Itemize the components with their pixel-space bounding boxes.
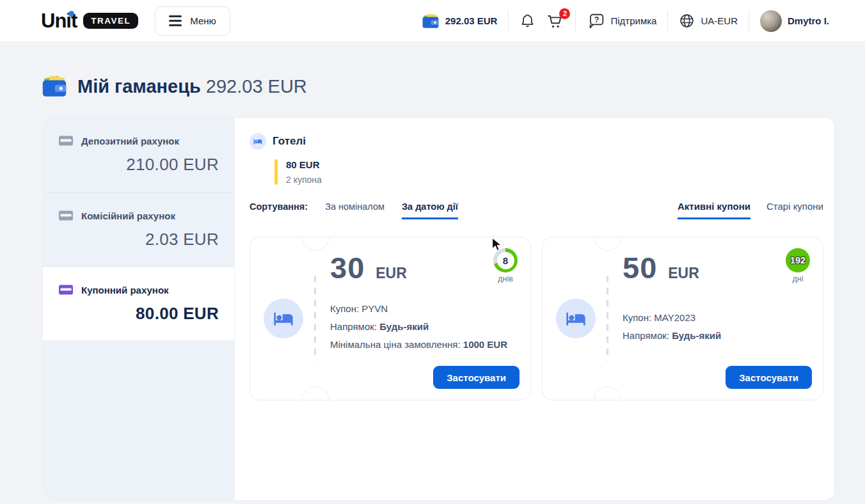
coupon-amount-value: 50 xyxy=(623,251,657,285)
account-label: Купонний рахунок xyxy=(81,285,169,295)
sort-label: Сортування: xyxy=(250,201,308,219)
notifications-button[interactable] xyxy=(520,13,536,29)
page-title-text: Мій гаманець xyxy=(77,76,201,97)
locale-label: UA-EUR xyxy=(701,15,738,26)
coupon-list: 30EUR8днівКупон: PYVNНапрямок: Будь-який… xyxy=(250,237,823,400)
cart-count-badge: 2 xyxy=(559,8,570,19)
user-menu[interactable]: Dmytro I. xyxy=(760,10,829,32)
apply-coupon-button[interactable]: Застосувати xyxy=(726,366,812,389)
ticket-notch-top xyxy=(301,237,329,251)
filter-row: Сортування: За номіналомЗа датою дії Акт… xyxy=(250,201,823,219)
coupon-amount-currency: EUR xyxy=(376,265,407,282)
menu-button-label: Меню xyxy=(190,15,216,26)
app-root: Unit TRAVEL Меню 292.03 EUR 2 Підтрим xyxy=(0,0,865,501)
account-balance: 210.00 EUR xyxy=(58,155,219,175)
sidebar-account-item-0[interactable]: Депозитний рахунок210.00 EUR xyxy=(43,118,234,192)
support-button[interactable]: Підтримка xyxy=(587,13,656,29)
ticket-notch-bottom xyxy=(594,386,622,400)
header-wallet-amount: 292.03 EUR xyxy=(445,15,498,26)
header-divider xyxy=(508,10,509,32)
account-balance: 2.03 EUR xyxy=(58,230,219,249)
coupon-details: Купон: MAY2023Напрямок: Будь-який xyxy=(623,297,721,355)
locale-currency-selector[interactable]: UA-EUR xyxy=(679,13,738,29)
hotel-bed-icon xyxy=(556,299,596,338)
coupon-days-badge: 192дні xyxy=(782,248,813,283)
account-label-row: Купонний рахунок xyxy=(58,284,219,295)
tab-0[interactable]: Активні купони xyxy=(678,201,750,219)
coupon-detail-line: Напрямок: Будь-який xyxy=(330,321,507,332)
apply-coupon-button[interactable]: Застосувати xyxy=(433,366,520,389)
coupon-detail-line: Напрямок: Будь-який xyxy=(623,330,721,341)
account-label-row: Депозитний рахунок xyxy=(58,135,219,146)
header-right: 292.03 EUR 2 Підтримка UA-EUR xyxy=(422,10,829,32)
days-ring-donut: 8 xyxy=(493,248,518,272)
detail-label: Мінімальна ціна замовлення: xyxy=(330,339,463,350)
detail-label: Напрямок: xyxy=(330,321,379,332)
header: Unit TRAVEL Меню 292.03 EUR 2 Підтрим xyxy=(0,0,865,42)
menu-button[interactable]: Меню xyxy=(155,6,230,36)
wallet-title-icon xyxy=(41,74,68,98)
coupon-detail-line: Купон: MAY2023 xyxy=(623,312,721,323)
days-unit-label: днів xyxy=(490,274,521,283)
page-title-amount: 292.03 EUR xyxy=(206,76,307,97)
coupon-card: 30EUR8днівКупон: PYVNНапрямок: Будь-який… xyxy=(250,237,531,400)
cart-button[interactable]: 2 xyxy=(546,13,564,29)
detail-value: Будь-який xyxy=(672,330,721,341)
category-total: 80 EUR xyxy=(286,159,322,170)
detail-value: Будь-який xyxy=(379,321,429,332)
category-summary: 80 EUR 2 купона xyxy=(274,159,823,185)
sidebar-account-item-2[interactable]: Купонний рахунок80.00 EUR xyxy=(43,266,234,340)
detail-label: Купон: xyxy=(623,312,654,323)
detail-label: Напрямок: xyxy=(623,330,672,341)
support-chat-icon xyxy=(587,13,605,29)
sidebar-account-item-1[interactable]: Комісійний рахунок2.03 EUR xyxy=(43,192,234,266)
accounts-sidebar: Депозитний рахунок210.00 EURКомісійний р… xyxy=(43,118,234,500)
account-label: Комісійний рахунок xyxy=(81,210,175,221)
header-divider xyxy=(667,10,668,32)
account-label: Депозитний рахунок xyxy=(81,136,179,146)
yellow-accent-bar xyxy=(274,159,278,185)
hotel-bed-icon xyxy=(264,299,303,338)
days-unit-label: дні xyxy=(782,274,813,283)
header-divider xyxy=(575,10,576,32)
support-label: Підтримка xyxy=(610,15,656,26)
tab-1[interactable]: Старі купони xyxy=(766,201,823,219)
sort-options: За номіналомЗа датою дії xyxy=(325,201,458,219)
wallet-icon xyxy=(422,13,440,29)
account-card-icon xyxy=(58,135,74,146)
ticket-dashed-divider xyxy=(607,276,608,361)
detail-value: MAY2023 xyxy=(654,312,695,323)
page-title: Мій гаманець292.03 EUR xyxy=(41,74,865,98)
days-ring-full: 192 xyxy=(786,248,810,272)
ticket-notch-top xyxy=(594,237,622,251)
wallet-panel: Депозитний рахунок210.00 EURКомісійний р… xyxy=(42,117,835,501)
header-divider xyxy=(749,10,749,32)
logo[interactable]: Unit TRAVEL xyxy=(41,11,138,31)
avatar xyxy=(760,10,782,32)
coupon-details: Купон: PYVNНапрямок: Будь-якийМінімальна… xyxy=(330,297,507,355)
hotel-category-icon xyxy=(250,133,266,150)
ticket-notch-bottom xyxy=(301,386,329,400)
coupon-card: 50EUR192дніКупон: MAY2023Напрямок: Будь-… xyxy=(542,237,823,400)
sort-option-0[interactable]: За номіналом xyxy=(325,201,385,219)
hamburger-icon xyxy=(169,15,182,26)
coupon-detail-line: Мінімальна ціна замовлення: 1000 EUR xyxy=(330,339,507,350)
account-card-icon xyxy=(58,210,74,221)
detail-value: 1000 EUR xyxy=(463,339,507,350)
coupon-amount: 30EUR xyxy=(330,251,407,285)
header-wallet-balance[interactable]: 292.03 EUR xyxy=(422,13,498,29)
account-balance: 80.00 EUR xyxy=(58,304,219,324)
account-label-row: Комісійний рахунок xyxy=(58,210,219,221)
sort-controls: Сортування: За номіналомЗа датою дії xyxy=(250,201,458,219)
sort-option-1[interactable]: За датою дії xyxy=(402,201,458,219)
detail-value: PYVN xyxy=(361,303,388,314)
category-title: Готелі xyxy=(273,135,306,148)
account-card-icon xyxy=(58,284,74,295)
coupons-content: Готелі 80 EUR 2 купона Сортування: За но… xyxy=(234,118,835,500)
coupon-detail-line: Купон: PYVN xyxy=(330,303,507,314)
user-name: Dmytro I. xyxy=(788,15,829,26)
mouse-cursor xyxy=(491,237,502,251)
detail-label: Купон: xyxy=(330,303,361,314)
days-value: 8 xyxy=(497,252,514,269)
coupon-amount-currency: EUR xyxy=(668,265,699,282)
